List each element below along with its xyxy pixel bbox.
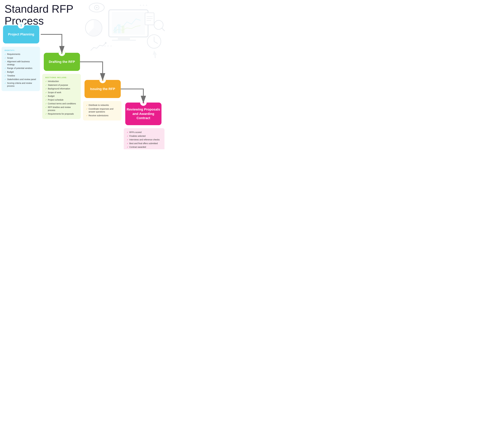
checkmark-icon: ✓ xyxy=(4,75,6,77)
svg-point-17 xyxy=(96,7,98,8)
checkmark-icon: ✓ xyxy=(127,135,128,138)
list1-heading: IDENTIFY: xyxy=(4,49,37,51)
list-item: ✓Distribute to networks xyxy=(86,104,118,107)
background-illustration xyxy=(82,1,166,58)
list-item: ✓Requirements for proposals xyxy=(45,112,78,115)
list-item: ✓Budget xyxy=(45,95,78,98)
list-item: ✓Project schedule xyxy=(45,98,78,101)
list-item: ✓Interviews and reference checks xyxy=(127,138,162,141)
main-title: Standard RFP Process xyxy=(4,3,73,27)
checkmark-icon: ✓ xyxy=(45,102,47,105)
list-item: ✓Best and final offers submitted xyxy=(127,142,162,145)
list-item: ✓Contract awarded xyxy=(127,146,162,149)
list2-container: SECTIONS INCLUDE: ✓Introduction ✓Stateme… xyxy=(42,74,81,119)
list-item: ✓RFPs scored xyxy=(127,131,162,134)
step1-title: Project Planning xyxy=(8,32,34,37)
checkmark-icon: ✓ xyxy=(4,53,6,56)
checkmark-icon: ✓ xyxy=(45,91,47,94)
step2-number: 2 xyxy=(59,49,65,56)
list4-container: ✓RFPs scored ✓Finalists selected ✓Interv… xyxy=(124,128,165,149)
svg-point-20 xyxy=(146,5,147,6)
checkmark-icon: ✓ xyxy=(45,87,47,90)
list-item: ✓Alignment with business strategy xyxy=(4,60,37,66)
svg-rect-5 xyxy=(118,24,121,33)
checkmark-icon: ✓ xyxy=(45,95,47,97)
checkmark-icon: ✓ xyxy=(127,146,128,148)
list-item: ✓Contract terms and conditions xyxy=(45,102,78,105)
checkmark-icon: ✓ xyxy=(127,131,128,134)
checkmark-icon: ✓ xyxy=(4,78,6,81)
list-item: ✓Background information xyxy=(45,87,78,90)
step4-title: Reviewing Proposals and Awarding Contrac… xyxy=(125,107,162,120)
step1-number: 1 xyxy=(18,22,24,29)
checkmark-icon: ✓ xyxy=(4,71,6,73)
svg-rect-3 xyxy=(112,40,136,41)
step2-box: 2 Drafting the RFP xyxy=(44,53,80,71)
list-item: ✓RFP timeline and review process xyxy=(45,106,78,112)
checkmark-icon: ✓ xyxy=(45,99,47,101)
list-item: ✓Timeline xyxy=(4,74,37,77)
step3-title: Issuing the RFP xyxy=(90,87,115,91)
step1-box: 1 Project Planning xyxy=(3,25,39,43)
list2-heading: SECTIONS INCLUDE: xyxy=(45,77,78,79)
checkmark-icon: ✓ xyxy=(86,114,88,117)
checkmark-icon: ✓ xyxy=(4,82,6,85)
svg-point-21 xyxy=(104,45,106,47)
svg-point-24 xyxy=(154,20,163,29)
svg-rect-4 xyxy=(114,27,117,33)
list-item: ✓Finalists selected xyxy=(127,135,162,138)
checkmark-icon: ✓ xyxy=(45,80,47,83)
list-item: ✓Range of potential vendors xyxy=(4,67,37,70)
svg-rect-2 xyxy=(118,37,130,40)
svg-line-25 xyxy=(162,28,165,31)
svg-point-19 xyxy=(143,5,144,6)
svg-line-14 xyxy=(154,41,158,44)
checkmark-icon: ✓ xyxy=(127,138,128,141)
svg-marker-27 xyxy=(105,42,107,44)
list-item: ✓Scope of work xyxy=(45,91,78,94)
list-item: ✓Statement of purpose xyxy=(45,84,78,87)
title-line1: Standard RFP xyxy=(4,3,73,15)
list-item: ✓Requirements xyxy=(4,53,37,56)
step4-box: 4 Reviewing Proposals and Awarding Contr… xyxy=(125,103,162,125)
step2-title: Drafting the RFP xyxy=(49,60,75,64)
checkmark-icon: ✓ xyxy=(86,104,88,107)
step4-number: 4 xyxy=(140,99,147,106)
step3-box: 3 Issuing the RFP xyxy=(84,80,121,98)
checkmark-icon: ✓ xyxy=(45,106,47,109)
list-item: ✓Budget xyxy=(4,71,37,74)
step3-number: 3 xyxy=(99,77,106,83)
checkmark-icon: ✓ xyxy=(127,142,128,145)
checkmark-icon: ✓ xyxy=(45,113,47,115)
list-item: ✓Coordinate responses and answer questio… xyxy=(86,108,118,113)
checkmark-icon: ✓ xyxy=(4,57,6,59)
list-item: ✓Receive submissions xyxy=(86,114,118,117)
list1-container: IDENTIFY: ✓Requirements ✓Scope ✓Alignmen… xyxy=(1,47,40,91)
svg-point-23 xyxy=(110,45,112,47)
svg-point-18 xyxy=(140,5,141,6)
svg-point-22 xyxy=(107,45,109,47)
list-item: ✓Scoring criteria and review process xyxy=(4,82,37,88)
list-item: ✓Introduction xyxy=(45,80,78,83)
svg-rect-7 xyxy=(145,13,154,25)
list3-container: ✓Distribute to networks ✓Coordinate resp… xyxy=(83,101,121,120)
svg-rect-6 xyxy=(122,26,124,33)
checkmark-icon: ✓ xyxy=(86,108,88,110)
list-item: ✓Scope xyxy=(4,57,37,60)
svg-marker-26 xyxy=(153,50,157,58)
checkmark-icon: ✓ xyxy=(4,60,6,63)
checkmark-icon: ✓ xyxy=(45,84,47,87)
checkmark-icon: ✓ xyxy=(4,67,6,70)
list-item: ✓Stakeholders and review panel xyxy=(4,78,37,81)
